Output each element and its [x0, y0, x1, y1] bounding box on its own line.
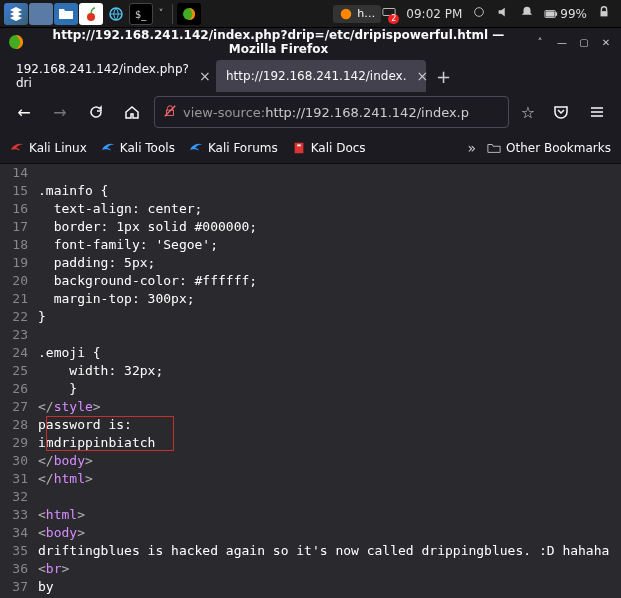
svg-rect-9 [546, 11, 555, 16]
back-button[interactable]: ← [10, 98, 38, 126]
window-maximize-button[interactable]: ▢ [577, 35, 591, 49]
bookmark-kali-forums[interactable]: Kali Forums [189, 141, 278, 155]
cherrytree-icon[interactable] [79, 3, 103, 25]
app-menu-hamburger-icon[interactable] [583, 98, 611, 126]
highlighted-password-box: 28password is: 29imdrippinbiatch [0, 416, 621, 452]
pocket-icon[interactable] [547, 98, 575, 126]
password-label-line: password is: [38, 416, 621, 434]
desktop-taskbar: $_ ˅ h… 09:02 PM 99% [0, 0, 621, 28]
url-text: view-source:http://192.168.241.142/index… [183, 105, 500, 120]
tab-inactive[interactable]: 192.168.241.142/index.php?dri × [6, 60, 216, 92]
svg-text:$_: $_ [135, 9, 147, 21]
bookmark-label: Kali Forums [208, 141, 278, 155]
firefox-window-icon [8, 34, 24, 50]
keyboard-layout-icon[interactable] [382, 5, 396, 22]
clock-label[interactable]: 09:02 PM [406, 7, 462, 21]
window-close-button[interactable]: ✕ [599, 35, 613, 49]
battery-icon[interactable]: 99% [544, 7, 587, 21]
battery-label: 99% [560, 7, 587, 21]
system-tray: 09:02 PM 99% [382, 5, 617, 22]
files-icon[interactable] [54, 3, 78, 25]
browser-icon[interactable] [104, 3, 128, 25]
view-source-content[interactable]: 14 15.mainfo { 16 text-align: center; 17… [0, 164, 621, 598]
network-icon[interactable] [472, 5, 486, 22]
svg-rect-14 [294, 142, 303, 153]
bookmark-star-icon[interactable]: ☆ [517, 103, 539, 122]
volume-icon[interactable] [496, 5, 510, 22]
bookmark-kali-linux[interactable]: Kali Linux [10, 141, 87, 155]
bookmark-kali-tools[interactable]: Kali Tools [101, 141, 175, 155]
bookmark-label: Kali Tools [120, 141, 175, 155]
tab-active[interactable]: http://192.168.241.142/index. × [216, 60, 426, 92]
svg-point-4 [341, 8, 352, 19]
browser-tabbar: 192.168.241.142/index.php?dri × http://1… [0, 56, 621, 92]
reload-button[interactable] [82, 98, 110, 126]
window-titlebar: http://192.168.241.142/index.php?drip=/e… [0, 28, 621, 56]
bookmark-label: Kali Linux [29, 141, 87, 155]
taskbar-window-label: h… [357, 7, 375, 20]
svg-point-0 [87, 13, 95, 21]
firefox-taskbar-icon[interactable] [177, 3, 201, 25]
taskbar-window-item[interactable]: h… [333, 5, 381, 23]
show-desktop-button[interactable] [29, 3, 53, 25]
bookmarks-overflow-icon[interactable]: » [467, 140, 473, 156]
app-menu-button[interactable] [4, 3, 28, 25]
taskbar-chevron-icon[interactable]: ˅ [154, 3, 168, 25]
password-value-line: imdrippinbiatch [38, 434, 621, 452]
bookmark-label: Kali Docs [311, 141, 366, 155]
tab-label: 192.168.241.142/index.php?dri [16, 62, 189, 90]
insecure-lock-icon [163, 104, 177, 121]
window-up-icon[interactable]: ˄ [533, 35, 547, 49]
tab-label: http://192.168.241.142/index. [226, 69, 407, 83]
bookmarks-bar: Kali Linux Kali Tools Kali Forums Kali D… [0, 132, 621, 164]
lock-icon[interactable] [597, 5, 611, 22]
home-button[interactable] [118, 98, 146, 126]
other-bookmarks-folder[interactable]: Other Bookmarks [487, 141, 611, 155]
bookmark-kali-docs[interactable]: Kali Docs [292, 141, 366, 155]
browser-navbar: ← → view-source:http://192.168.241.142/i… [0, 92, 621, 132]
bookmark-label: Other Bookmarks [506, 141, 611, 155]
svg-rect-10 [601, 11, 608, 16]
svg-rect-15 [297, 144, 301, 146]
svg-rect-8 [556, 12, 558, 16]
new-tab-button[interactable]: + [426, 66, 461, 87]
svg-rect-5 [383, 9, 395, 16]
forward-button[interactable]: → [46, 98, 74, 126]
window-title: http://192.168.241.142/index.php?drip=/e… [32, 28, 525, 56]
tab-close-icon[interactable]: × [199, 68, 211, 84]
url-input[interactable]: view-source:http://192.168.241.142/index… [154, 96, 509, 128]
notification-bell-icon[interactable] [520, 5, 534, 22]
window-minimize-button[interactable]: — [555, 35, 569, 49]
svg-point-6 [475, 8, 484, 17]
taskbar-separator [172, 4, 173, 24]
terminal-icon[interactable]: $_ [129, 3, 153, 25]
